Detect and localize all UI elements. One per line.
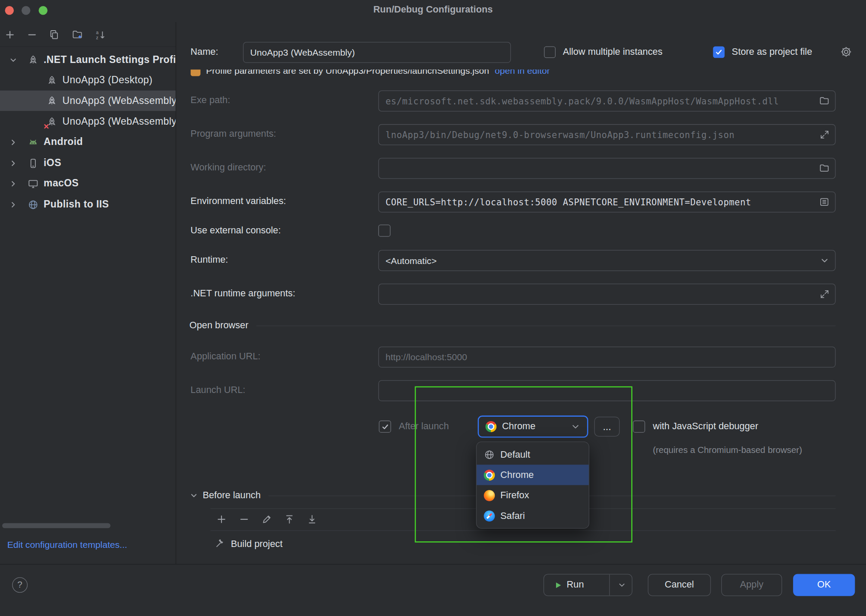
application-url-label: Application URL: (190, 351, 260, 362)
globe-icon (484, 449, 495, 460)
section-title: Before launch (203, 490, 261, 501)
tree-item-android[interactable]: Android (0, 132, 176, 152)
environment-variables-input[interactable]: CORE_URLS=http://localhost:5000 ASPNETCO… (378, 192, 835, 213)
browser-select-value: Chrome (502, 421, 535, 432)
chevron-right-icon[interactable] (9, 200, 17, 209)
before-launch-move-up-button[interactable] (281, 511, 297, 528)
titlebar: Run/Debug Configurations (0, 0, 866, 22)
exe-path-input[interactable]: es/microsoft.net.sdk.webassembly.pack/9.… (378, 91, 835, 112)
ok-button[interactable]: OK (793, 574, 855, 596)
use-external-console-checkbox[interactable] (378, 225, 390, 237)
open-in-editor-link[interactable]: open in editor (495, 69, 550, 76)
profile-parameters-banner: Profile parameters are set by UnoApp3/Pr… (190, 69, 765, 80)
browse-folder-button[interactable] (819, 96, 829, 106)
run-options-chevron[interactable] (617, 581, 626, 589)
store-as-project-file-checkbox[interactable] (713, 46, 725, 58)
divider (0, 46, 176, 47)
open-browser-section-header: Open browser (190, 320, 836, 331)
tree-item-label: UnoApp3 (WebAssembly) (63, 95, 176, 107)
browser-select[interactable]: Chrome (478, 415, 588, 437)
copy-configuration-button[interactable] (46, 27, 62, 43)
chevron-down-icon (571, 421, 581, 431)
svg-text:z: z (96, 35, 98, 40)
help-button[interactable]: ? (12, 577, 28, 593)
use-external-console-label: Use external console: (190, 225, 281, 236)
allow-multiple-instances-checkbox[interactable] (544, 46, 556, 58)
monitor-icon (28, 178, 39, 189)
chevron-down-icon (617, 581, 626, 589)
chevron-right-icon[interactable] (9, 179, 17, 188)
new-folder-icon (72, 29, 83, 41)
chevron-down-icon[interactable] (9, 56, 17, 64)
cancel-button[interactable]: Cancel (648, 574, 711, 596)
js-debugger-checkbox[interactable] (633, 421, 645, 433)
new-folder-button[interactable] (70, 27, 85, 43)
before-launch-move-down-button[interactable] (304, 511, 320, 528)
before-launch-edit-button[interactable] (259, 511, 275, 528)
chevron-right-icon[interactable] (9, 138, 17, 146)
tree-item-publish-to-iis[interactable]: Publish to IIS (0, 194, 176, 214)
browse-folder-button[interactable] (819, 163, 829, 173)
tree-item-macos[interactable]: macOS (0, 173, 176, 194)
play-icon (554, 581, 562, 589)
tree-item-ios[interactable]: iOS (0, 153, 176, 173)
tree-item-unoapp3-desktop[interactable]: UnoApp3 (Desktop) (0, 70, 176, 90)
before-launch-remove-button[interactable] (236, 511, 252, 528)
error-badge-icon (44, 123, 49, 129)
chrome-icon (484, 469, 495, 481)
apply-button[interactable]: Apply (721, 574, 782, 596)
net-runtime-arguments-input[interactable] (378, 284, 835, 305)
edit-configuration-templates-link[interactable]: Edit configuration templates... (7, 540, 127, 550)
launch-url-label: Launch URL: (190, 385, 245, 396)
horizontal-scrollbar[interactable] (2, 523, 111, 528)
tree-item-unoapp3-webassembly-error[interactable]: UnoApp3 (WebAssembly) (0, 111, 176, 132)
exe-path-label: Exe path: (190, 95, 230, 106)
rocket-icon (46, 95, 57, 107)
tree-item-label: Publish to IIS (44, 199, 109, 211)
chevron-down-icon[interactable] (190, 491, 198, 500)
globe-icon (28, 199, 39, 210)
before-launch-add-button[interactable] (213, 511, 230, 528)
popup-item-chrome[interactable]: Chrome (477, 465, 589, 485)
remove-configuration-button[interactable] (24, 27, 40, 43)
section-title: Open browser (190, 320, 249, 331)
browser-more-button[interactable]: ... (594, 417, 620, 437)
program-arguments-input[interactable]: lnoApp3/bin/Debug/net9.0-browserwasm/Uno… (378, 124, 835, 145)
list-icon (819, 197, 829, 207)
edit-variables-button[interactable] (819, 197, 829, 207)
hammer-icon (214, 539, 225, 550)
after-launch-checkbox[interactable] (379, 421, 391, 433)
popup-item-default[interactable]: Default (477, 444, 589, 465)
application-url-input[interactable]: http://localhost:5000 (378, 346, 835, 368)
add-configuration-button[interactable] (2, 27, 18, 43)
expand-editor-button[interactable] (820, 130, 830, 140)
launch-url-input[interactable] (378, 380, 835, 401)
name-input[interactable]: UnoApp3 (WebAssembly) (243, 42, 511, 63)
net-runtime-arguments-label: .NET runtime arguments: (190, 288, 295, 299)
run-button[interactable]: Run (544, 574, 632, 596)
js-debugger-label: with JavaScript debugger (653, 421, 758, 432)
dialog-title: Run/Debug Configurations (0, 4, 866, 16)
rocket-error-icon (46, 116, 57, 127)
rocket-icon (46, 75, 57, 86)
tree-item-label: UnoApp3 (WebAssembly) (63, 116, 176, 128)
sort-configurations-button[interactable]: az (93, 27, 108, 43)
runtime-select[interactable]: <Automatic> (378, 250, 835, 271)
store-settings-gear-button[interactable] (840, 45, 853, 61)
js-debugger-note: (requires a Chromium-based browser) (653, 445, 802, 455)
working-directory-input[interactable] (378, 158, 835, 179)
tree-item-label: iOS (44, 157, 61, 169)
move-down-icon (307, 514, 318, 525)
tree-item-label: Android (44, 136, 83, 148)
chevron-right-icon[interactable] (9, 159, 17, 167)
popup-item-firefox[interactable]: Firefox (477, 485, 589, 506)
tree-item-unoapp3-webassembly-selected[interactable]: UnoApp3 (WebAssembly) (0, 91, 176, 111)
tree-item-net-launch-settings[interactable]: .NET Launch Settings Profiles (0, 50, 176, 70)
gear-icon (840, 45, 853, 59)
before-launch-task-build-project[interactable]: Build project (214, 539, 282, 550)
divider (609, 575, 610, 596)
chrome-icon (486, 421, 497, 432)
runtime-label: Runtime: (190, 255, 228, 266)
popup-item-safari[interactable]: Safari (477, 506, 589, 526)
expand-editor-button[interactable] (820, 289, 830, 299)
